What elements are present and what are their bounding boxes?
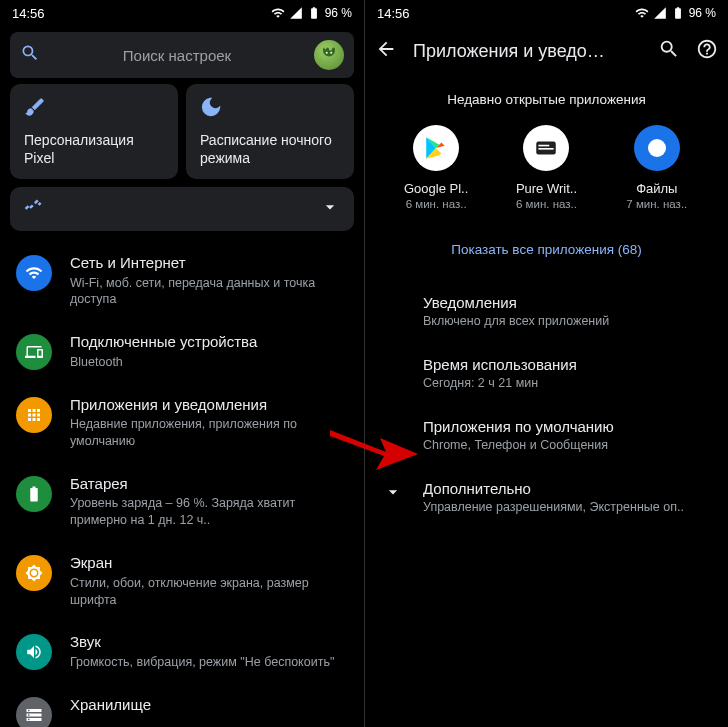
status-time: 14:56 — [12, 6, 271, 21]
wifi-icon — [635, 6, 649, 20]
setting-text: ЭкранСтили, обои, отключение экрана, раз… — [70, 553, 348, 608]
recent-app[interactable]: Файлы7 мин. наз.. — [612, 125, 702, 210]
setting-item-wifi[interactable]: Сеть и ИнтернетWi-Fi, моб. сети, передач… — [0, 241, 364, 320]
setting-subtitle: Громкость, вибрация, режим "Не беспокоит… — [70, 654, 348, 671]
svg-point-5 — [648, 139, 666, 157]
recent-app[interactable]: Google Pl..6 мин. наз.. — [391, 125, 481, 210]
svg-point-1 — [330, 52, 332, 54]
setting-title: Звук — [70, 632, 348, 652]
quick-card-label: Персонализация Pixel — [24, 132, 164, 167]
svg-rect-4 — [539, 148, 554, 150]
app-icon — [523, 125, 569, 171]
setting-subtitle: Стили, обои, отключение экрана, размер ш… — [70, 575, 348, 609]
setting-text: ЗвукГромкость, вибрация, режим "Не беспо… — [70, 632, 348, 670]
setting-text: Хранилище — [70, 695, 348, 715]
setting-subtitle: Wi-Fi, моб. сети, передача данных и точк… — [70, 275, 348, 309]
pref-subtitle: Сегодня: 2 ч 21 мин — [423, 376, 710, 390]
setting-text: Подключенные устройстваBluetooth — [70, 332, 348, 370]
search-icon — [20, 43, 40, 67]
settings-list[interactable]: Сеть и ИнтернетWi-Fi, моб. сети, передач… — [0, 241, 364, 727]
pref-item[interactable]: ДополнительноУправление разрешениями, Эк… — [365, 466, 728, 528]
setting-title: Сеть и Интернет — [70, 253, 348, 273]
pref-item[interactable]: УведомленияВключено для всех приложений — [365, 280, 728, 342]
devices-icon — [16, 334, 52, 370]
status-time: 14:56 — [377, 6, 635, 21]
setting-item-battery[interactable]: БатареяУровень заряда – 96 %. Заряда хва… — [0, 462, 364, 541]
app-name: Файлы — [636, 181, 677, 196]
quick-cards-row: Персонализация Pixel Расписание ночного … — [10, 84, 354, 179]
battery-icon — [671, 6, 685, 20]
recent-apps-row: Google Pl..6 мин. наз..Pure Writ..6 мин.… — [365, 125, 728, 218]
pref-title: Приложения по умолчанию — [423, 418, 710, 435]
app-time: 7 мин. наз.. — [626, 198, 687, 210]
setting-subtitle: Недавние приложения, приложения по умолч… — [70, 416, 348, 450]
show-all-apps-label: Показать все приложения (68) — [451, 242, 642, 257]
setting-title: Батарея — [70, 474, 348, 494]
app-time: 6 мин. наз.. — [516, 198, 577, 210]
setting-title: Хранилище — [70, 695, 348, 715]
recent-apps-label: Недавно открытые приложения — [365, 76, 728, 125]
apps-icon — [16, 397, 52, 433]
status-bar: 14:56 96 % — [365, 0, 728, 26]
setting-text: Приложения и уведомленияНедавние приложе… — [70, 395, 348, 450]
battery-icon — [307, 6, 321, 20]
search-bar[interactable]: Поиск настроек — [10, 32, 354, 78]
pref-title: Время использования — [423, 356, 710, 373]
setting-item-storage[interactable]: Хранилище — [0, 683, 364, 727]
battery-percent: 96 % — [689, 6, 716, 20]
app-name: Google Pl.. — [404, 181, 468, 196]
setting-item-sound[interactable]: ЗвукГромкость, вибрация, режим "Не беспо… — [0, 620, 364, 682]
status-bar: 14:56 96 % — [0, 0, 364, 26]
apps-notifications-screen: 14:56 96 % Приложения и уведо… Недавно о… — [364, 0, 728, 727]
search-placeholder: Поиск настроек — [50, 47, 304, 64]
search-button[interactable] — [658, 38, 680, 64]
signal-icon — [653, 6, 667, 20]
pref-item[interactable]: Время использованияСегодня: 2 ч 21 мин — [365, 342, 728, 404]
account-avatar[interactable] — [314, 40, 344, 70]
settings-main-screen: 14:56 96 % Поиск настроек Персона — [0, 0, 364, 727]
suggestions-collapse-bar[interactable] — [10, 187, 354, 231]
setting-title: Экран — [70, 553, 348, 573]
pref-title: Дополнительно — [423, 480, 710, 497]
sound-icon — [16, 634, 52, 670]
svg-point-0 — [326, 52, 328, 54]
setting-subtitle: Bluetooth — [70, 354, 348, 371]
app-time: 6 мин. наз.. — [406, 198, 467, 210]
chevron-down-icon — [383, 482, 403, 506]
pref-subtitle: Включено для всех приложений — [423, 314, 710, 328]
app-icon — [634, 125, 680, 171]
quick-card-label: Расписание ночного режима — [200, 132, 340, 167]
recent-app[interactable]: Pure Writ..6 мин. наз.. — [501, 125, 591, 210]
wifi-icon — [16, 255, 52, 291]
quick-card-night-schedule[interactable]: Расписание ночного режима — [186, 84, 354, 179]
pref-title: Уведомления — [423, 294, 710, 311]
battery-percent: 96 % — [325, 6, 352, 20]
quick-card-personalization[interactable]: Персонализация Pixel — [10, 84, 178, 179]
setting-text: Сеть и ИнтернетWi-Fi, моб. сети, передач… — [70, 253, 348, 308]
setting-title: Приложения и уведомления — [70, 395, 348, 415]
preferences-list: УведомленияВключено для всех приложенийВ… — [365, 280, 728, 528]
pref-subtitle: Управление разрешениями, Экстренные оп.. — [423, 500, 710, 514]
app-icon — [413, 125, 459, 171]
svg-rect-3 — [539, 145, 550, 147]
pref-subtitle: Chrome, Телефон и Сообщения — [423, 438, 710, 452]
battery-icon — [16, 476, 52, 512]
setting-item-brightness[interactable]: ЭкранСтили, обои, отключение экрана, раз… — [0, 541, 364, 620]
status-icons: 96 % — [635, 6, 716, 20]
setting-title: Подключенные устройства — [70, 332, 348, 352]
app-bar: Приложения и уведо… — [365, 26, 728, 76]
setting-item-apps[interactable]: Приложения и уведомленияНедавние приложе… — [0, 383, 364, 462]
help-button[interactable] — [696, 38, 718, 64]
setting-text: БатареяУровень заряда – 96 %. Заряда хва… — [70, 474, 348, 529]
chevron-down-icon — [320, 197, 340, 221]
show-all-apps-button[interactable]: Показать все приложения (68) — [365, 218, 728, 280]
back-button[interactable] — [375, 38, 397, 64]
status-icons: 96 % — [271, 6, 352, 20]
appbar-title: Приложения и уведо… — [413, 41, 642, 62]
app-name: Pure Writ.. — [516, 181, 577, 196]
storage-icon — [16, 697, 52, 727]
brightness-icon — [16, 555, 52, 591]
setting-item-devices[interactable]: Подключенные устройстваBluetooth — [0, 320, 364, 382]
pref-item[interactable]: Приложения по умолчаниюChrome, Телефон и… — [365, 404, 728, 466]
brush-icon — [24, 96, 164, 122]
